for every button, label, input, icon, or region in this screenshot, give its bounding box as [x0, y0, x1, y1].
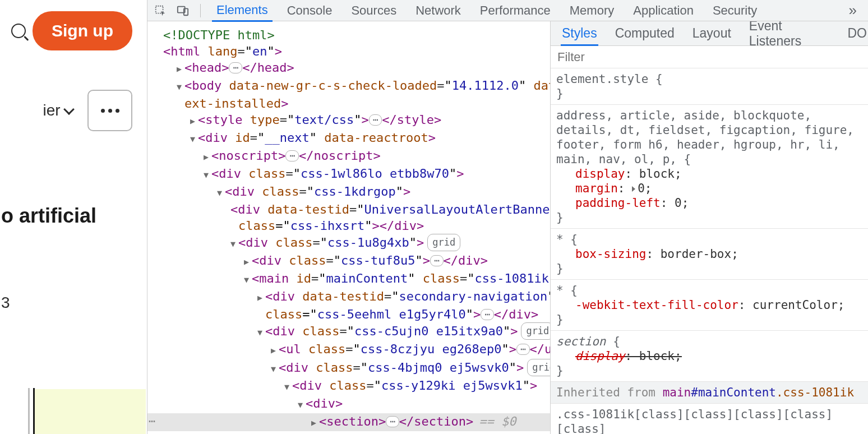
css-rule[interactable]: * {-webkit-text-fill-color: currentColor… — [551, 280, 868, 331]
dropdown-fragment[interactable]: ier — [43, 101, 73, 119]
tab-elements[interactable]: Elements — [212, 0, 273, 22]
styles-filter-input[interactable] — [557, 50, 868, 64]
inherited-from-bar: Inherited from main#mainContent.css-1081… — [551, 382, 868, 404]
styles-tabbar: StylesComputedLayoutEvent ListenersDO — [551, 21, 868, 46]
dom-node[interactable]: <html lang="en"> — [147, 43, 550, 59]
numeral-text: 3 — [0, 294, 147, 312]
dom-node[interactable]: ▶<ul class="css-8czjyu eg268ep0">⋯</ul> — [147, 341, 550, 359]
tab-sources[interactable]: Sources — [347, 0, 401, 21]
css-rule[interactable]: element.style {} — [551, 68, 868, 105]
styles-tab-layout[interactable]: Layout — [691, 21, 732, 45]
more-tabs-icon[interactable]: » — [849, 2, 857, 19]
css-rule[interactable]: * {box-sizing: border-box;} — [551, 229, 868, 280]
styles-tab-do[interactable]: DO — [847, 21, 869, 45]
dom-node[interactable]: ▶<noscript>⋯</noscript> — [147, 147, 550, 165]
dom-node[interactable]: ▼<div class="css-1kdrgop"> — [147, 183, 550, 201]
dom-doctype[interactable]: <!DOCTYPE html> — [147, 27, 550, 43]
inspect-icon[interactable] — [154, 4, 167, 17]
css-rule[interactable]: section {display: block;} — [551, 331, 868, 382]
dom-node[interactable]: ext-installed> — [147, 95, 550, 112]
dom-node[interactable]: ▼<div> — [147, 395, 550, 413]
styles-panel: StylesComputedLayoutEvent ListenersDO el… — [550, 21, 868, 434]
css-rule[interactable]: address, article, aside, blockquote, det… — [551, 105, 868, 229]
devtools-panel: ElementsConsoleSourcesNetworkPerformance… — [147, 0, 868, 434]
dom-node[interactable]: </div> — [147, 431, 550, 434]
dom-node[interactable]: ▶<div class="css-tuf8u5">⋯</div> — [147, 252, 550, 270]
dom-node[interactable]: ▶<head>⋯</head> — [147, 59, 550, 77]
device-toggle-icon[interactable] — [177, 4, 189, 17]
dom-node[interactable]: ▶<div data-testid="secondary-navigation"… — [147, 288, 550, 306]
dom-node[interactable]: ▼<div class="css-c5ujn0 e15itx9a0">grid — [147, 322, 550, 341]
dom-node[interactable]: ▼<div class="css-1u8g4xb">grid — [147, 234, 550, 252]
tab-performance[interactable]: Performance — [475, 0, 555, 21]
page-content: Sign up ier o artificial 3 — [0, 0, 147, 434]
dom-node[interactable]: ▼<div id="__next" data-reactroot> — [147, 130, 550, 147]
tab-network[interactable]: Network — [411, 0, 465, 21]
dom-node[interactable]: ▼<main id="mainContent" class="css-1081i… — [147, 270, 550, 288]
dom-node[interactable]: class="css-ihxsrt"></div> — [147, 218, 550, 234]
styles-tab-styles[interactable]: Styles — [561, 21, 598, 46]
page-decoration — [0, 389, 147, 434]
dom-node[interactable]: ▼<body data-new-gr-c-s-check-loaded="14.… — [147, 77, 550, 95]
dom-node[interactable]: ⋯▶<section>⋯</section>== $0 — [147, 413, 550, 431]
css-rules[interactable]: element.style {}address, article, aside,… — [551, 68, 868, 434]
dom-tree[interactable]: <!DOCTYPE html><html lang="en">▶<head>⋯<… — [147, 21, 550, 434]
dom-node[interactable]: ▼<div class="css-y129ki ej5wsvk1"> — [147, 377, 550, 395]
dom-node[interactable]: class="css-5eehml e1g5yr4l0">⋯</div> — [147, 306, 550, 322]
tab-security[interactable]: Security — [708, 0, 761, 21]
dom-node[interactable]: <div data-testid="UniversalLayoutAlertBa… — [147, 201, 550, 218]
css-rule[interactable]: .css-1081ik[class][class][class][class][… — [551, 404, 868, 434]
signup-button[interactable]: Sign up — [33, 11, 132, 50]
dom-node[interactable]: ▼<div class="css-4bjmq0 ej5wsvk0">grid — [147, 359, 550, 377]
headline-fragment: o artificial — [0, 204, 147, 228]
search-icon[interactable] — [11, 24, 26, 38]
devtools-tabbar: ElementsConsoleSourcesNetworkPerformance… — [147, 0, 868, 21]
dom-node[interactable]: ▼<div class="css-1wl86lo etbb8w70"> — [147, 165, 550, 183]
tab-memory[interactable]: Memory — [565, 0, 618, 21]
tab-console[interactable]: Console — [283, 0, 337, 21]
dom-node[interactable]: ▶<style type="text/css">⋯</style> — [147, 112, 550, 130]
styles-tab-computed[interactable]: Computed — [614, 21, 676, 45]
tab-application[interactable]: Application — [629, 0, 698, 21]
more-menu-button[interactable] — [87, 90, 132, 131]
chevron-down-icon — [63, 104, 75, 115]
